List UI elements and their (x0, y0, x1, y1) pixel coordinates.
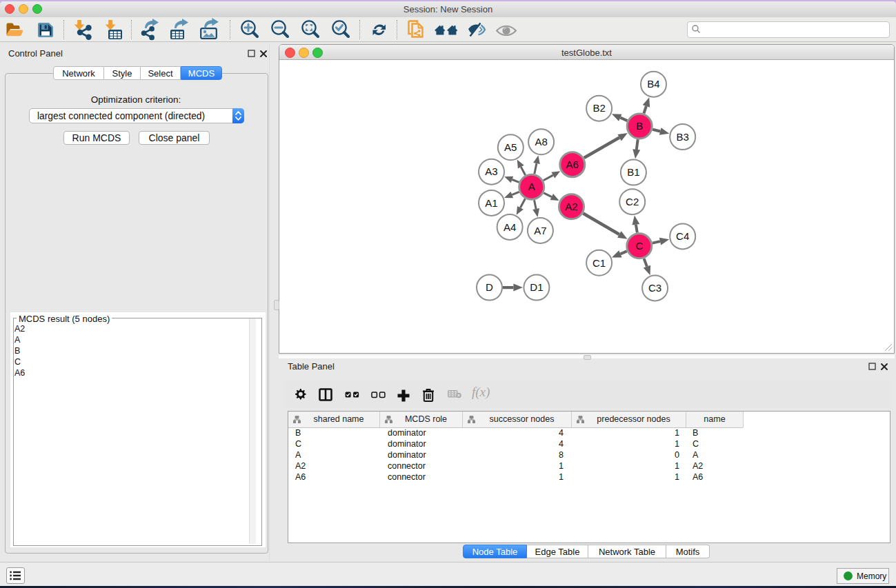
svg-text:B2: B2 (593, 102, 605, 114)
svg-text:D: D (486, 281, 493, 293)
svg-text:C4: C4 (676, 230, 689, 242)
svg-text:A6: A6 (566, 159, 579, 170)
svg-text:A2: A2 (565, 201, 577, 212)
svg-text:B4: B4 (647, 78, 659, 90)
svg-text:A5: A5 (504, 141, 517, 153)
svg-text:A7: A7 (534, 225, 546, 236)
svg-text:B1: B1 (627, 166, 639, 178)
svg-text:C2: C2 (626, 196, 639, 207)
svg-text:A1: A1 (485, 197, 497, 209)
svg-text:A: A (528, 181, 535, 192)
svg-text:C: C (635, 240, 643, 252)
svg-text:A4: A4 (504, 221, 516, 233)
svg-text:D1: D1 (530, 281, 543, 293)
svg-text:B3: B3 (677, 131, 689, 143)
svg-text:A8: A8 (535, 136, 547, 148)
svg-text:C1: C1 (593, 257, 606, 269)
svg-text:C3: C3 (648, 282, 661, 294)
svg-text:B: B (636, 120, 643, 132)
svg-text:A3: A3 (485, 165, 497, 177)
